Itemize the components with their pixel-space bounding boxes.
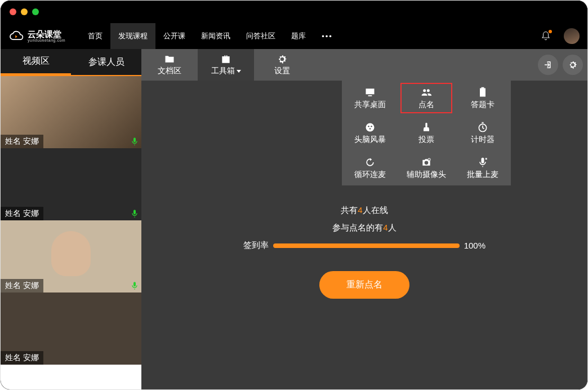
share-screen-icon — [364, 87, 376, 98]
rate-label: 签到率 — [243, 240, 269, 251]
answer-card-icon — [476, 87, 489, 98]
app-window: 云朵课堂 yunduoketang.com 首页 发现课程 公开课 新闻资讯 问… — [0, 0, 588, 390]
main-toolbar: 文档区 工具箱 设置 — [141, 49, 587, 81]
dd-label: 循环连麦 — [354, 170, 386, 180]
exit-button[interactable] — [538, 55, 558, 75]
svg-point-0 — [366, 123, 375, 131]
briefcase-icon — [220, 54, 232, 65]
video-tile[interactable]: 姓名 安娜 — [1, 148, 141, 220]
dd-rollcall[interactable]: 点名 — [398, 81, 455, 116]
sidebar-tabs: 视频区 参课人员 — [1, 49, 141, 75]
cloud-logo-icon — [8, 29, 24, 43]
dd-brainstorm[interactable]: 头脑风暴 — [342, 116, 398, 150]
mic-icon — [130, 281, 139, 290]
restart-rollcall-button[interactable]: 重新点名 — [319, 271, 409, 299]
participated-count: 4 — [383, 223, 387, 232]
rate-progress-bar — [273, 243, 460, 248]
people-icon — [420, 87, 433, 98]
svg-point-3 — [369, 128, 371, 130]
window-close-dot[interactable] — [10, 8, 16, 15]
dd-batch-mic[interactable]: 批量上麦 — [455, 150, 511, 185]
dd-label: 投票 — [418, 135, 434, 145]
video-label-prefix: 姓名 — [5, 209, 21, 218]
gear-icon — [276, 54, 288, 65]
dd-label: 答题卡 — [471, 100, 495, 110]
nav-bank[interactable]: 题库 — [283, 23, 314, 49]
main-area: 文档区 工具箱 设置 — [141, 49, 587, 389]
video-name: 安娜 — [23, 209, 39, 218]
online-prefix: 共有 — [341, 205, 358, 215]
video-name: 安娜 — [23, 281, 39, 290]
logo-subtext: yunduoketang.com — [28, 38, 65, 42]
batch-mic-icon — [476, 157, 489, 168]
toolbox-dropdown: 共享桌面 点名 答题卡 头脑风暴 投票 — [342, 81, 511, 185]
nav-home[interactable]: 首页 — [80, 23, 110, 49]
svg-point-1 — [368, 126, 369, 127]
video-tile[interactable]: 姓名 安娜 — [1, 220, 141, 292]
nav-open-courses[interactable]: 公开课 — [155, 23, 193, 49]
window-min-dot[interactable] — [21, 8, 28, 15]
mic-icon — [130, 209, 139, 218]
dd-label: 头脑风暴 — [354, 135, 386, 145]
video-tile[interactable]: 姓名 安娜 — [1, 292, 141, 365]
participated-stat: 参与点名的有4人 — [332, 223, 396, 233]
toolbar-docs[interactable]: 文档区 — [141, 49, 198, 81]
folder-icon — [163, 54, 176, 65]
dd-label: 共享桌面 — [354, 100, 386, 110]
participated-prefix: 参与点名的有 — [332, 223, 383, 232]
video-list: 姓名 安娜 姓名 安娜 姓名 安娜 姓名 安娜 — [1, 75, 141, 389]
toolbar-settings-label: 设置 — [274, 66, 290, 76]
toolbar-settings[interactable]: 设置 — [254, 49, 310, 81]
dd-label: 辅助摄像头 — [407, 170, 446, 180]
dd-label: 计时器 — [471, 135, 495, 145]
brand-logo[interactable]: 云朵课堂 yunduoketang.com — [8, 29, 65, 43]
nav-news[interactable]: 新闻资讯 — [193, 23, 238, 49]
left-sidebar: 视频区 参课人员 姓名 安娜 姓名 安娜 姓名 安娜 — [1, 49, 141, 389]
video-name: 安娜 — [23, 136, 39, 145]
dd-timer[interactable]: 计时器 — [455, 116, 511, 150]
video-tile[interactable] — [1, 365, 141, 389]
dd-answer-card[interactable]: 答题卡 — [455, 81, 511, 116]
nav-discover[interactable]: 发现课程 — [110, 23, 155, 49]
settings-icon — [568, 60, 578, 70]
nav-more[interactable]: ••• — [314, 23, 329, 49]
aux-camera-icon — [420, 157, 433, 168]
window-max-dot[interactable] — [32, 8, 39, 15]
dd-label: 点名 — [418, 100, 434, 110]
nav-links: 首页 发现课程 公开课 新闻资讯 问答社区 题库 ••• — [80, 23, 329, 49]
sidebar-tab-participants[interactable]: 参课人员 — [71, 49, 141, 75]
rate-percent: 100% — [464, 241, 485, 250]
svg-point-2 — [371, 126, 372, 127]
logo-text: 云朵课堂 — [28, 30, 65, 38]
nav-qa[interactable]: 问答社区 — [238, 23, 283, 49]
window-titlebar — [1, 1, 587, 23]
sidebar-tab-video[interactable]: 视频区 — [1, 49, 71, 75]
checkin-rate-row: 签到率 100% — [243, 240, 485, 251]
toolbar-docs-label: 文档区 — [158, 66, 181, 76]
video-label-prefix: 姓名 — [5, 353, 21, 362]
notifications-bell[interactable] — [539, 29, 553, 43]
online-stat: 共有4人在线 — [341, 205, 387, 216]
dd-share-screen[interactable]: 共享桌面 — [342, 81, 398, 116]
dd-vote[interactable]: 投票 — [398, 116, 455, 150]
participated-suffix: 人 — [388, 223, 397, 232]
dd-aux-camera[interactable]: 辅助摄像头 — [398, 150, 455, 185]
chevron-down-icon — [237, 70, 241, 73]
video-name: 安娜 — [23, 353, 39, 362]
video-label-prefix: 姓名 — [5, 136, 21, 145]
settings-button[interactable] — [563, 55, 583, 75]
bell-icon — [541, 31, 551, 41]
mic-icon — [130, 137, 139, 146]
toolbar-toolbox-label: 工具箱 — [211, 66, 235, 75]
video-label-prefix: 姓名 — [5, 281, 21, 290]
top-nav: 云朵课堂 yunduoketang.com 首页 发现课程 公开课 新闻资讯 问… — [1, 23, 587, 49]
dd-loop-mic[interactable]: 循环连麦 — [342, 150, 398, 185]
timer-icon — [476, 122, 489, 133]
toolbar-toolbox[interactable]: 工具箱 — [198, 49, 254, 81]
user-avatar[interactable] — [564, 28, 580, 44]
exit-icon — [543, 60, 553, 70]
video-tile[interactable]: 姓名 安娜 — [1, 76, 141, 148]
loop-mic-icon — [364, 157, 376, 168]
dd-label: 批量上麦 — [467, 170, 498, 180]
online-count: 4 — [358, 205, 362, 215]
